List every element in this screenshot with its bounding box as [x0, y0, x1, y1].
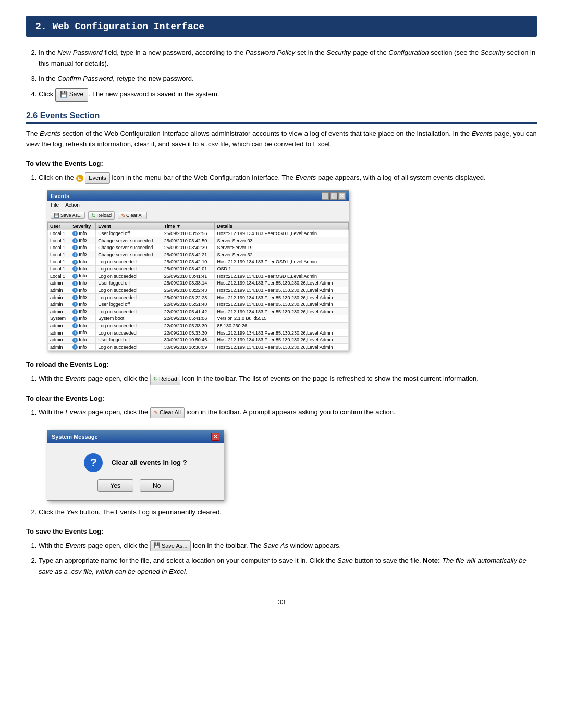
col-user[interactable]: User — [48, 222, 70, 230]
subsection-title: 2.6 Events Section — [26, 111, 537, 124]
toolbar-clear-all[interactable]: ✎ Clear All — [118, 212, 147, 219]
table-row[interactable]: adminiInfoLog on succeeded22/09/2010 05:… — [48, 322, 349, 329]
view-heading: To view the Events Log: — [26, 158, 537, 169]
col-time[interactable]: Time ▼ — [162, 222, 215, 230]
clear-heading: To clear the Events Log: — [26, 393, 537, 404]
table-row[interactable]: adminiInfoLog on succeeded25/09/2010 03:… — [48, 287, 349, 294]
severity-icon: i — [72, 323, 78, 328]
events-titlebar: Events ─ □ ✕ — [47, 191, 349, 201]
section-intro: The Events section of the Web Configurat… — [26, 129, 537, 151]
events-titlebar-buttons: ─ □ ✕ — [322, 192, 346, 200]
table-row[interactable]: SystemiInfoSystem boot22/09/2010 05:41:0… — [48, 315, 349, 323]
table-row[interactable]: Local 1iInfoLog on succeeded25/09/2010 0… — [48, 265, 349, 273]
minimize-btn[interactable]: ─ — [322, 192, 329, 200]
clear-all-inline-btn[interactable]: ✎ Clear All — [150, 407, 185, 418]
menu-action[interactable]: Action — [65, 202, 80, 208]
table-row[interactable]: adminiInfoLog on succeeded22/09/2010 05:… — [48, 308, 349, 315]
events-window-screenshot: Events ─ □ ✕ File Action 💾 Save As... ↻ … — [47, 190, 349, 352]
toolbar-save-as[interactable]: 💾 Save As... — [51, 212, 85, 219]
severity-icon: i — [72, 302, 78, 307]
clear-steps: With the Events page open, click the ✎ C… — [26, 407, 537, 418]
save-steps: With the Events page open, click the 💾 S… — [26, 540, 537, 577]
dialog-message: Clear all events in log ? — [111, 459, 187, 466]
yes-button[interactable]: Yes — [97, 479, 134, 492]
col-severity[interactable]: Severity — [70, 222, 96, 230]
save-as-inline-btn[interactable]: 💾 Save As... — [150, 540, 191, 552]
banner-title: 2. Web Configuration Interface — [35, 21, 204, 32]
table-row[interactable]: Local 1iInfoLog on succeeded25/09/2010 0… — [48, 273, 349, 280]
col-event[interactable]: Event — [96, 222, 162, 230]
clear-icon: ✎ — [154, 409, 158, 417]
save-icon: 💾 — [54, 213, 59, 218]
close-btn[interactable]: ✕ — [338, 192, 346, 200]
events-menu-button[interactable]: Events — [85, 172, 110, 184]
table-row[interactable]: Local 1iInfoLog on succeeded25/09/2010 0… — [48, 258, 349, 266]
table-row[interactable]: adminiInfoLog on succeeded22/09/2010 05:… — [48, 329, 349, 337]
dialog-question-icon: ? — [84, 453, 103, 472]
severity-icon: i — [72, 238, 78, 243]
dialog-titlebar: System Message ✕ — [47, 430, 224, 443]
step-3: In the Confirm Password, retype the new … — [39, 73, 537, 84]
severity-icon: i — [72, 295, 78, 300]
save-icon: 💾 — [60, 90, 68, 100]
save-step-2: Type an appropriate name for the file, a… — [39, 556, 537, 577]
clear-step-1: With the Events page open, click the ✎ C… — [39, 407, 537, 418]
maximize-btn[interactable]: □ — [330, 192, 337, 200]
system-message-dialog: System Message ✕ ? Clear all events in l… — [47, 430, 224, 501]
page-number: 33 — [26, 598, 537, 606]
severity-icon: i — [72, 316, 78, 322]
reload-heading: To reload the Events Log: — [26, 360, 537, 371]
severity-icon: i — [72, 274, 78, 279]
save-step-1: With the Events page open, click the 💾 S… — [39, 540, 537, 552]
dialog-body: ? Clear all events in log ? Yes No — [47, 443, 224, 500]
severity-icon: i — [72, 245, 78, 250]
menu-file[interactable]: File — [51, 202, 59, 208]
severity-icon: i — [72, 266, 78, 272]
table-row[interactable]: adminiInfoUser logged off22/09/2010 05:5… — [48, 301, 349, 308]
save-as-icon: 💾 — [154, 541, 160, 550]
toolbar-reload[interactable]: ↻ Reload — [88, 211, 115, 220]
system-message-dialog-backdrop: System Message ✕ ? Clear all events in l… — [47, 430, 224, 501]
severity-icon: i — [72, 252, 78, 257]
events-menubar: File Action — [47, 201, 349, 209]
dialog-close-button[interactable]: ✕ — [211, 433, 219, 441]
severity-icon: i — [72, 338, 78, 343]
table-row[interactable]: adminiInfoLog on succeeded30/09/2010 10:… — [48, 343, 349, 351]
clear-step-2: Click the Yes button. The Events Log is … — [39, 507, 537, 518]
view-steps: Click on the E Events icon in the menu b… — [26, 172, 537, 184]
severity-icon: i — [72, 330, 78, 336]
table-row[interactable]: Local 1iInfoUser logged off25/09/2010 03… — [48, 230, 349, 237]
clear-icon: ✎ — [121, 213, 125, 218]
reload-toolbar-btn[interactable]: ↻ Reload — [150, 374, 180, 385]
section-banner: 2. Web Configuration Interface — [26, 16, 537, 37]
clear-steps-2: Click the Yes button. The Events Log is … — [26, 507, 537, 518]
severity-icon: i — [72, 344, 78, 350]
reload-steps: With the Events page open, click the ↻ R… — [26, 374, 537, 385]
view-step-1: Click on the E Events icon in the menu b… — [39, 172, 537, 184]
save-heading: To save the Events Log: — [26, 526, 537, 537]
step-4: Click 💾 Save. The new password is saved … — [39, 88, 537, 101]
save-button-inline[interactable]: 💾 Save — [55, 88, 88, 101]
dialog-title: System Message — [52, 434, 98, 440]
reload-icon: ↻ — [91, 212, 96, 219]
events-window-title: Events — [51, 193, 69, 199]
events-table: User Severity Event Time ▼ Details Local… — [47, 222, 349, 351]
reload-step-1: With the Events page open, click the ↻ R… — [39, 374, 537, 385]
events-table-wrap: User Severity Event Time ▼ Details Local… — [47, 222, 349, 351]
table-row[interactable]: Local 1iInfoChange server succeeded25/09… — [48, 237, 349, 244]
events-icon: E — [76, 175, 83, 182]
dialog-content-row: ? Clear all events in log ? — [84, 453, 187, 472]
table-row[interactable]: adminiInfoLog on succeeded25/09/2010 03:… — [48, 294, 349, 301]
table-row[interactable]: adminiInfoUser logged off25/09/2010 03:3… — [48, 279, 349, 287]
no-button[interactable]: No — [140, 479, 174, 492]
severity-icon: i — [72, 288, 78, 293]
col-details[interactable]: Details — [215, 222, 349, 230]
table-row[interactable]: Local 1iInfoChange server succeeded25/09… — [48, 244, 349, 251]
reload-icon: ↻ — [153, 375, 158, 384]
dialog-buttons: Yes No — [97, 479, 174, 492]
table-row[interactable]: adminiInfoUser logged off30/09/2010 10:5… — [48, 336, 349, 343]
severity-icon: i — [72, 281, 78, 286]
events-toolbar: 💾 Save As... ↻ Reload ✎ Clear All — [47, 209, 349, 222]
table-row[interactable]: Local 1iInfoChange server succeeded25/09… — [48, 251, 349, 258]
severity-icon: i — [72, 260, 78, 265]
